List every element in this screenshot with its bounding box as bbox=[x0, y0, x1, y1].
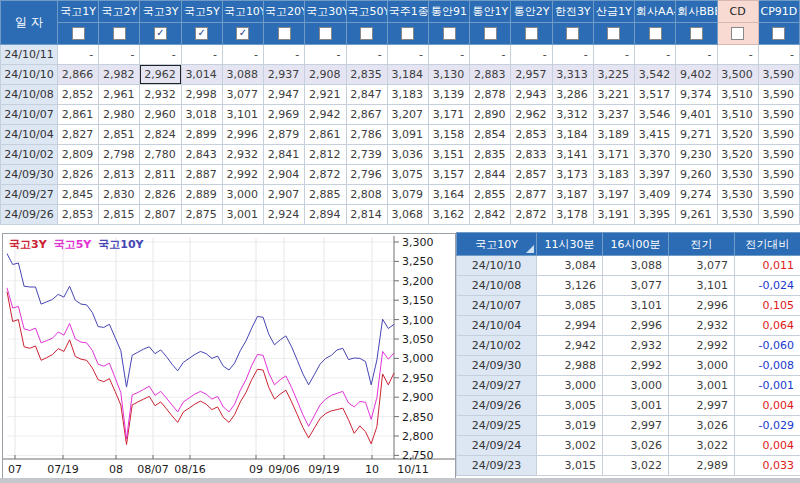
yield-cell[interactable]: 3,197 bbox=[593, 185, 634, 205]
yield-cell[interactable]: 2,962 bbox=[140, 65, 181, 85]
quote-cell[interactable]: 2,932 bbox=[603, 336, 669, 356]
yield-cell[interactable]: 3,500 bbox=[717, 65, 758, 85]
row-date[interactable]: 24/10/11 bbox=[1, 45, 58, 65]
quote-cell[interactable]: 3,001 bbox=[669, 376, 735, 396]
yield-cell[interactable]: 2,830 bbox=[99, 185, 140, 205]
yield-cell[interactable]: 2,867 bbox=[346, 105, 387, 125]
yield-cell[interactable]: 3,162 bbox=[428, 205, 469, 225]
yield-cell[interactable]: 2,796 bbox=[346, 165, 387, 185]
column-checkbox[interactable] bbox=[154, 27, 167, 40]
yield-cell[interactable]: 2,932 bbox=[140, 85, 181, 105]
yield-cell[interactable]: 3,164 bbox=[428, 185, 469, 205]
yield-cell[interactable]: 3,130 bbox=[428, 65, 469, 85]
yield-cell[interactable]: 9,230 bbox=[676, 145, 717, 165]
yield-cell[interactable]: 3,397 bbox=[635, 165, 676, 185]
quote-cell[interactable]: 3,101 bbox=[669, 276, 735, 296]
yield-cell[interactable]: 2,962 bbox=[511, 105, 552, 125]
yield-cell[interactable]: 3,590 bbox=[758, 185, 799, 205]
quote-diff-cell[interactable]: 0,011 bbox=[735, 256, 800, 276]
quote-cell[interactable]: 3,000 bbox=[537, 376, 603, 396]
yield-cell[interactable]: 3,370 bbox=[635, 145, 676, 165]
yield-cell[interactable]: 3,184 bbox=[552, 125, 593, 145]
quote-cell[interactable]: 2,988 bbox=[537, 356, 603, 376]
column-header-국고30Y[interactable]: 국고30Y bbox=[305, 1, 346, 23]
yield-cell[interactable]: - bbox=[717, 45, 758, 65]
yield-cell[interactable]: 3,178 bbox=[552, 205, 593, 225]
yield-cell[interactable]: 3,225 bbox=[593, 65, 634, 85]
yield-cell[interactable]: 2,824 bbox=[140, 125, 181, 145]
yield-cell[interactable]: 2,957 bbox=[511, 65, 552, 85]
yield-cell[interactable]: 3,173 bbox=[552, 165, 593, 185]
quote-row-date[interactable]: 24/09/23 bbox=[457, 456, 537, 476]
yield-cell[interactable]: 2,851 bbox=[99, 125, 140, 145]
yield-cell[interactable]: 2,885 bbox=[305, 185, 346, 205]
yield-cell[interactable]: 2,992 bbox=[222, 165, 263, 185]
yield-cell[interactable]: 3,018 bbox=[181, 105, 222, 125]
yield-cell[interactable]: 2,932 bbox=[222, 145, 263, 165]
column-header-CP91D[interactable]: CP91D bbox=[758, 1, 799, 23]
yield-cell[interactable]: 3,189 bbox=[593, 125, 634, 145]
column-checkbox[interactable] bbox=[566, 27, 579, 40]
yield-cell[interactable]: 2,852 bbox=[58, 85, 99, 105]
yield-cell[interactable]: 3,183 bbox=[387, 85, 428, 105]
yield-cell[interactable]: 2,904 bbox=[264, 165, 305, 185]
quote-cell[interactable]: 2,932 bbox=[669, 316, 735, 336]
column-header-한전3Y[interactable]: 한전3Y bbox=[552, 1, 593, 23]
column-checkbox[interactable] bbox=[360, 27, 373, 40]
yield-cell[interactable]: - bbox=[222, 45, 263, 65]
row-date[interactable]: 24/10/04 bbox=[1, 125, 58, 145]
row-date[interactable]: 24/09/30 bbox=[1, 165, 58, 185]
yield-cell[interactable]: 2,872 bbox=[511, 205, 552, 225]
yield-cell[interactable]: 2,942 bbox=[305, 105, 346, 125]
yield-cell[interactable]: 3,014 bbox=[181, 65, 222, 85]
yield-cell[interactable]: 2,899 bbox=[181, 125, 222, 145]
quote-cell[interactable]: 3,085 bbox=[537, 296, 603, 316]
yield-cell[interactable]: 2,835 bbox=[470, 145, 511, 165]
yield-cell[interactable]: 9,261 bbox=[676, 205, 717, 225]
yield-cell[interactable]: 2,855 bbox=[470, 185, 511, 205]
quote-cell[interactable]: 3,015 bbox=[537, 456, 603, 476]
quote-cell[interactable]: 2,942 bbox=[537, 336, 603, 356]
row-date[interactable]: 24/09/27 bbox=[1, 185, 58, 205]
quote-row-date[interactable]: 24/09/24 bbox=[457, 436, 537, 456]
quote-cell[interactable]: 2,994 bbox=[537, 316, 603, 336]
column-header-회사BBB-[interactable]: 회사BBB- bbox=[676, 1, 717, 23]
column-header-산금1Y[interactable]: 산금1Y bbox=[593, 1, 634, 23]
yield-cell[interactable]: 2,815 bbox=[99, 205, 140, 225]
yield-cell[interactable]: 2,894 bbox=[305, 205, 346, 225]
yield-cell[interactable]: 9,271 bbox=[676, 125, 717, 145]
yield-cell[interactable]: 3,590 bbox=[758, 145, 799, 165]
yield-cell[interactable]: 3,590 bbox=[758, 85, 799, 105]
yield-cell[interactable]: 2,982 bbox=[99, 65, 140, 85]
yield-cell[interactable]: 2,854 bbox=[470, 125, 511, 145]
yield-cell[interactable]: 3,530 bbox=[717, 165, 758, 185]
yield-cell[interactable]: 3,075 bbox=[387, 165, 428, 185]
column-header-회사AA-[interactable]: 회사AA- bbox=[635, 1, 676, 23]
yield-cell[interactable]: 3,000 bbox=[222, 185, 263, 205]
column-checkbox[interactable] bbox=[484, 27, 497, 40]
column-checkbox[interactable] bbox=[690, 27, 703, 40]
column-header-CD[interactable]: CD bbox=[717, 1, 758, 23]
column-checkbox[interactable] bbox=[401, 27, 414, 40]
yield-cell[interactable]: 2,847 bbox=[346, 85, 387, 105]
quote-header-1[interactable]: 11시30분 bbox=[537, 233, 603, 256]
yield-cell[interactable]: 3,590 bbox=[758, 165, 799, 185]
yield-cell[interactable]: 2,890 bbox=[470, 105, 511, 125]
yield-cell[interactable]: 9,402 bbox=[676, 65, 717, 85]
yield-cell[interactable]: 3,141 bbox=[552, 145, 593, 165]
yield-cell[interactable]: 3,237 bbox=[593, 105, 634, 125]
column-header-국고2Y[interactable]: 국고2Y bbox=[99, 1, 140, 23]
column-header-국고10Y[interactable]: 국고10Y bbox=[222, 1, 263, 23]
quote-row-date[interactable]: 24/10/02 bbox=[457, 336, 537, 356]
quote-diff-cell[interactable]: 0,105 bbox=[735, 296, 800, 316]
column-checkbox[interactable] bbox=[772, 27, 785, 40]
yield-cell[interactable]: 3,286 bbox=[552, 85, 593, 105]
yield-cell[interactable]: 3,510 bbox=[717, 105, 758, 125]
yield-cell[interactable]: 3,590 bbox=[758, 205, 799, 225]
quote-cell[interactable]: 3,019 bbox=[537, 416, 603, 436]
yield-cell[interactable]: 2,883 bbox=[470, 65, 511, 85]
column-checkbox[interactable] bbox=[278, 27, 291, 40]
yield-cell[interactable]: 2,812 bbox=[305, 145, 346, 165]
yield-cell[interactable]: 3,546 bbox=[635, 105, 676, 125]
quote-diff-cell[interactable]: -0,024 bbox=[735, 276, 800, 296]
